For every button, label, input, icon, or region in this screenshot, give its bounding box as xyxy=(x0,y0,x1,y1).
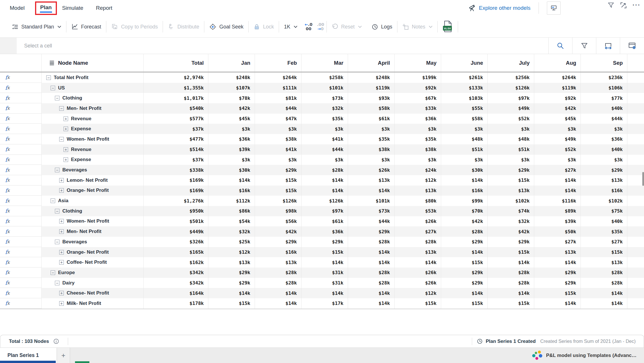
value-cell[interactable]: $3k xyxy=(301,155,348,165)
value-cell[interactable]: $44k xyxy=(255,103,301,114)
tab-plan[interactable]: Plan xyxy=(40,4,52,10)
value-cell[interactable]: $16k xyxy=(581,186,627,196)
value-cell[interactable]: $29k xyxy=(534,268,581,278)
collapse-toggle-icon[interactable]: − xyxy=(55,209,59,213)
value-cell[interactable]: $28k xyxy=(348,237,395,247)
value-cell[interactable]: $81k xyxy=(255,93,301,103)
increase-decimal-button[interactable]: .00 →0 xyxy=(315,22,326,31)
reset-dropdown[interactable]: Reset xyxy=(327,24,367,30)
node-name-cell[interactable]: −Europe xyxy=(42,268,144,278)
value-cell[interactable]: $14k xyxy=(581,298,627,309)
collapse-toggle-icon[interactable]: − xyxy=(46,75,51,80)
row-fx-button[interactable]: fx xyxy=(0,175,42,186)
value-cell[interactable]: $97k xyxy=(488,93,534,103)
node-name-cell[interactable]: −Clothing xyxy=(42,93,144,103)
column-header-april[interactable]: April xyxy=(348,54,395,72)
value-cell[interactable]: $30k xyxy=(208,165,255,175)
value-cell[interactable]: $29k xyxy=(301,237,348,247)
value-cell[interactable]: $477k xyxy=(144,134,208,144)
value-cell[interactable]: $116k xyxy=(534,196,581,206)
presentation-view-button[interactable] xyxy=(547,1,561,15)
value-cell[interactable]: $13k xyxy=(534,247,581,257)
value-cell[interactable]: $14k xyxy=(301,186,348,196)
node-name-cell[interactable]: −Clothing xyxy=(42,206,144,216)
row-fx-button[interactable]: fx xyxy=(0,114,42,124)
value-cell[interactable]: $29k xyxy=(208,278,255,288)
value-cell[interactable]: $56k xyxy=(255,216,301,227)
lock-button[interactable]: Lock xyxy=(249,24,279,30)
notes-dropdown[interactable]: Notes xyxy=(397,24,437,30)
value-cell[interactable]: $3k xyxy=(441,124,488,134)
value-cell[interactable]: $3k xyxy=(534,124,581,134)
column-header-aug[interactable]: Aug xyxy=(534,54,581,72)
fx-formula-icon[interactable] xyxy=(0,38,17,54)
row-fx-button[interactable]: fx xyxy=(0,288,42,298)
value-cell[interactable]: $61k xyxy=(348,114,395,124)
value-cell[interactable]: $13k xyxy=(208,257,255,268)
value-cell[interactable]: $27k xyxy=(581,237,627,247)
expand-toggle-icon[interactable]: + xyxy=(59,219,64,223)
value-cell[interactable]: $28k xyxy=(441,226,488,237)
expand-toggle-icon[interactable]: + xyxy=(59,301,64,306)
value-cell[interactable]: $42k xyxy=(534,103,581,114)
value-cell[interactable]: $16k xyxy=(441,186,488,196)
value-cell[interactable]: $29k xyxy=(441,237,488,247)
value-cell[interactable]: $29k xyxy=(488,237,534,247)
fit-column-width-button[interactable] xyxy=(596,38,620,54)
value-cell[interactable]: $15k xyxy=(255,186,301,196)
value-cell[interactable]: $28k xyxy=(581,268,627,278)
value-cell[interactable]: $44k xyxy=(301,144,348,155)
value-cell[interactable]: $577k xyxy=(144,114,208,124)
value-cell[interactable]: $75k xyxy=(581,206,627,216)
node-name-cell[interactable]: −Women- Net Profit xyxy=(42,134,144,144)
collapse-toggle-icon[interactable]: − xyxy=(55,281,59,285)
column-header-sep[interactable]: Sep xyxy=(581,54,627,72)
row-fx-button[interactable]: fx xyxy=(0,165,42,175)
value-cell[interactable]: $53k xyxy=(395,206,441,216)
value-cell[interactable]: $26k xyxy=(395,278,441,288)
value-cell[interactable]: $102k xyxy=(488,196,534,206)
value-cell[interactable]: $13k xyxy=(581,257,627,268)
value-cell[interactable]: $449k xyxy=(144,226,208,237)
column-header-mar[interactable]: Mar xyxy=(301,54,348,72)
expand-toggle-icon[interactable]: + xyxy=(59,260,64,265)
value-cell[interactable]: $14k xyxy=(348,298,395,309)
value-cell[interactable]: $14k xyxy=(301,175,348,186)
row-fx-button[interactable]: fx xyxy=(0,124,42,134)
value-cell[interactable]: $67k xyxy=(395,93,441,103)
value-cell[interactable]: $51k xyxy=(441,144,488,155)
forecast-button[interactable]: Forecast xyxy=(66,23,106,30)
value-cell[interactable]: $37k xyxy=(144,124,208,134)
value-cell[interactable]: $16k xyxy=(255,247,301,257)
column-header-feb[interactable]: Feb xyxy=(255,54,301,72)
collapse-toggle-icon[interactable]: − xyxy=(55,96,59,100)
value-cell[interactable]: $40k xyxy=(581,144,627,155)
value-cell[interactable]: $33k xyxy=(395,103,441,114)
node-name-cell[interactable]: −US xyxy=(42,83,144,93)
node-name-cell[interactable]: −Beverages xyxy=(42,237,144,247)
value-cell[interactable]: $74k xyxy=(488,206,534,216)
value-cell[interactable]: $14k xyxy=(208,288,255,298)
value-cell[interactable]: $112k xyxy=(208,196,255,206)
value-cell[interactable]: $13k xyxy=(488,186,534,196)
row-fx-button[interactable]: fx xyxy=(0,247,42,257)
value-cell[interactable]: $13k xyxy=(348,175,395,186)
value-cell[interactable]: $14k xyxy=(534,186,581,196)
node-name-cell[interactable]: +Expense xyxy=(42,124,144,134)
value-cell[interactable]: $27k xyxy=(395,226,441,237)
add-sheet-button[interactable]: + xyxy=(57,348,70,363)
value-cell[interactable]: $1,017k xyxy=(144,93,208,103)
value-cell[interactable]: $42k xyxy=(208,103,255,114)
value-cell[interactable]: $29k xyxy=(441,268,488,278)
tab-model[interactable]: Model xyxy=(10,5,25,11)
value-cell[interactable]: $24k xyxy=(395,165,441,175)
row-fx-button[interactable]: fx xyxy=(0,155,42,165)
goal-seek-button[interactable]: Goal Seek xyxy=(204,23,248,30)
value-cell[interactable]: $2,974k xyxy=(144,72,208,83)
tab-report[interactable]: Report xyxy=(96,5,112,11)
logs-button[interactable]: Logs xyxy=(367,24,397,30)
expand-toggle-icon[interactable]: + xyxy=(59,291,64,295)
value-cell[interactable]: $86k xyxy=(208,206,255,216)
collapse-toggle-icon[interactable]: − xyxy=(51,270,55,275)
value-cell[interactable]: $236k xyxy=(581,72,627,83)
